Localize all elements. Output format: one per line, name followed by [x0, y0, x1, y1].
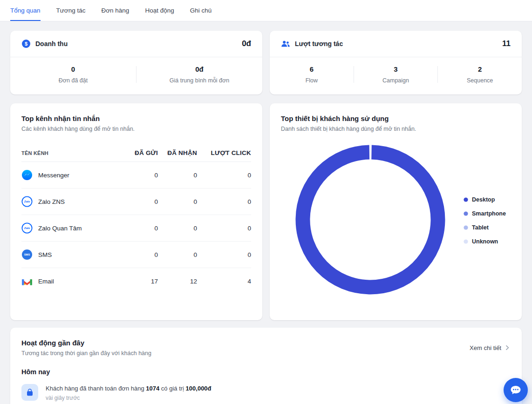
- devices-card-title: Top thiết bị khách hàng sử dụng: [281, 114, 511, 122]
- sent-value: 0: [119, 172, 158, 179]
- table-row-messenger: Messenger 0 0 0: [21, 162, 251, 189]
- chat-widget-button[interactable]: [504, 378, 528, 402]
- legend-item-unknown[interactable]: Unknown: [464, 238, 506, 245]
- interactions-stats: 6 Flow 3 Campaign 2 Sequence: [270, 57, 522, 94]
- clicks-value: 0: [197, 172, 251, 179]
- legend-label: Tablet: [472, 224, 489, 231]
- zalo-icon: Zalo: [21, 196, 33, 207]
- devices-donut-chart: [295, 144, 446, 297]
- stat-value: 3: [354, 65, 438, 73]
- order-amount: 100,000đ: [186, 385, 211, 392]
- stat-value: 2: [438, 65, 522, 73]
- received-value: 0: [158, 198, 197, 205]
- clicks-value: 0: [197, 251, 251, 258]
- view-details-label: Xem chi tiết: [470, 344, 501, 351]
- interactions-total: 11: [502, 39, 511, 48]
- revenue-stats: 0 Đơn đã đặt 0đ Giá trung bình mỗi đơn: [10, 57, 262, 94]
- activity-card-subtitle: Tương tác trong thời gian gần đây với kh…: [21, 350, 151, 357]
- activity-card-title: Hoạt động gần đây: [21, 339, 151, 347]
- stat-cards-row: $ Doanh thu 0đ 0 Đơn đã đặt 0đ Giá trung…: [10, 31, 522, 94]
- activity-text-middle: có giá trị: [161, 385, 184, 392]
- tab-don-hang[interactable]: Đơn hàng: [101, 0, 129, 21]
- stat-label: Campaign: [354, 77, 438, 84]
- activity-text-prefix: Khách hàng đã thanh toán đơn hàng: [46, 385, 144, 392]
- channel-name: SMS: [38, 251, 52, 258]
- col-channel-name: TÊN KÊNH: [21, 150, 119, 156]
- clicks-value: 0: [197, 198, 251, 205]
- received-value: 0: [158, 225, 197, 232]
- activity-text: Khách hàng đã thanh toán đơn hàng 1074 c…: [46, 384, 211, 392]
- shopping-bag-icon: [21, 384, 38, 401]
- revenue-card-header: $ Doanh thu 0đ: [10, 31, 262, 57]
- svg-text:Zalo: Zalo: [24, 200, 30, 203]
- stat-value: 0đ: [136, 65, 262, 73]
- legend-label: Smartphone: [472, 210, 506, 217]
- interactions-card-title: Lượt tương tác: [295, 40, 343, 47]
- stat-sequence: 2 Sequence: [438, 65, 522, 84]
- tab-tong-quan[interactable]: Tổng quan: [10, 0, 41, 21]
- dashboard-main: $ Doanh thu 0đ 0 Đơn đã đặt 0đ Giá trung…: [0, 21, 532, 404]
- tab-bar: Tổng quan Tương tác Đơn hàng Hoạt động G…: [0, 0, 532, 21]
- revenue-card-title: Doanh thu: [35, 40, 68, 47]
- received-value: 12: [158, 278, 197, 285]
- donut-segment-desktop[interactable]: [301, 151, 439, 288]
- svg-text:$: $: [25, 41, 27, 47]
- table-row-zalo-quan-tam: Zalo Zalo Quan Tâm 0 0 0: [21, 215, 251, 242]
- svg-text:Zalo: Zalo: [24, 226, 30, 229]
- dollar-circle-icon: $: [21, 39, 31, 48]
- channels-card-title: Top kênh nhận tin nhắn: [21, 114, 251, 122]
- activity-header-text: Hoạt động gần đây Tương tác trong thời g…: [21, 339, 151, 357]
- channels-card: Top kênh nhận tin nhắn Các kênh khách hà…: [10, 103, 262, 320]
- chevron-right-icon: [504, 344, 511, 351]
- stat-campaign: 3 Campaign: [354, 65, 438, 84]
- tab-ghi-chu[interactable]: Ghi chú: [190, 0, 212, 21]
- col-received: ĐÃ NHẬN: [158, 149, 197, 156]
- legend-dot-tablet: [464, 225, 468, 230]
- legend-dot-smartphone: [464, 211, 468, 216]
- received-value: 0: [158, 172, 197, 179]
- sent-value: 17: [119, 278, 158, 285]
- channels-card-subtitle: Các kênh khách hàng dùng để mở tin nhắn.: [21, 126, 251, 132]
- recent-activity-card: Hoạt động gần đây Tương tác trong thời g…: [10, 328, 522, 404]
- legend-dot-unknown: [464, 239, 468, 244]
- channel-name: Zalo Quan Tâm: [38, 225, 82, 232]
- view-details-link[interactable]: Xem chi tiết: [470, 344, 511, 351]
- legend-label: Desktop: [472, 196, 495, 203]
- legend-item-smartphone[interactable]: Smartphone: [464, 210, 506, 217]
- col-clicks: LƯỢT CLICK: [197, 149, 251, 156]
- revenue-total: 0đ: [242, 39, 251, 48]
- analytics-row: Top kênh nhận tin nhắn Các kênh khách hà…: [10, 103, 522, 320]
- order-number: 1074: [146, 385, 159, 392]
- interactions-card: Lượt tương tác 11 6 Flow 3 Campaign 2 Se…: [270, 31, 522, 94]
- tab-tuong-tac[interactable]: Tương tác: [56, 0, 86, 21]
- channels-table-header: TÊN KÊNH ĐÃ GỬI ĐÃ NHẬN LƯỢT CLICK: [21, 144, 251, 162]
- activity-item: Khách hàng đã thanh toán đơn hàng 1074 c…: [21, 384, 511, 401]
- legend-dot-desktop: [464, 197, 468, 202]
- interactions-card-header: Lượt tương tác 11: [270, 31, 522, 57]
- devices-chart-area: Desktop Smartphone Tablet: [281, 132, 511, 309]
- stat-orders: 0 Đơn đã đặt: [10, 65, 136, 84]
- activity-text-block: Khách hàng đã thanh toán đơn hàng 1074 c…: [46, 384, 211, 401]
- devices-card-subtitle: Danh sách thiết bị khách hàng dùng để mở…: [281, 126, 511, 132]
- stat-value: 6: [270, 65, 354, 73]
- devices-card: Top thiết bị khách hàng sử dụng Danh sác…: [270, 103, 522, 320]
- table-row-email: Email 17 12 4: [21, 268, 251, 295]
- stat-value: 0: [10, 65, 136, 73]
- messenger-icon: [21, 169, 33, 181]
- legend-label: Unknown: [472, 238, 498, 245]
- activity-day-heading: Hôm nay: [21, 368, 511, 376]
- legend-item-desktop[interactable]: Desktop: [464, 196, 506, 203]
- stat-flow: 6 Flow: [270, 65, 354, 84]
- users-icon: [281, 39, 290, 48]
- col-sent: ĐÃ GỬI: [119, 149, 158, 156]
- svg-text:SMS: SMS: [24, 253, 30, 256]
- table-row-zalo-zns: Zalo Zalo ZNS 0 0 0: [21, 189, 251, 215]
- tab-hoat-dong[interactable]: Hoạt động: [145, 0, 174, 21]
- table-row-sms: SMS SMS 0 0 0: [21, 242, 251, 268]
- zalo-icon: Zalo: [21, 222, 33, 234]
- channels-table: TÊN KÊNH ĐÃ GỬI ĐÃ NHẬN LƯỢT CLICK: [21, 144, 251, 295]
- received-value: 0: [158, 251, 197, 258]
- chat-bubble-icon: [510, 384, 522, 396]
- legend-item-tablet[interactable]: Tablet: [464, 224, 506, 231]
- stat-avg-order-value: 0đ Giá trung bình mỗi đơn: [136, 65, 262, 84]
